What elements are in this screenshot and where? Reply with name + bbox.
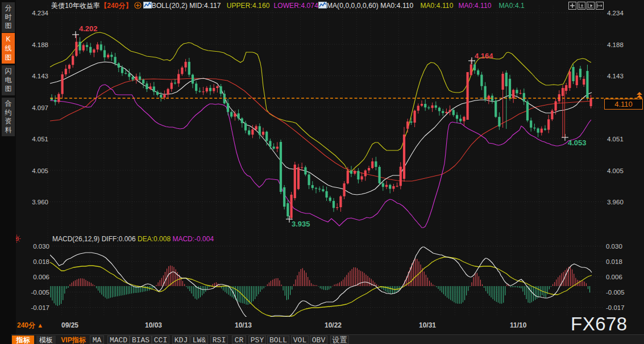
svg-text:3.960: 3.960 bbox=[607, 199, 624, 205]
svg-text:4.097: 4.097 bbox=[32, 104, 48, 111]
svg-text:-0.017: -0.017 bbox=[31, 304, 49, 311]
svg-text:-0.005: -0.005 bbox=[606, 289, 625, 296]
svg-text:4.202: 4.202 bbox=[79, 24, 98, 33]
svg-text:0.018: 0.018 bbox=[606, 258, 622, 265]
svg-text:4.143: 4.143 bbox=[607, 73, 624, 79]
svg-text:4.164: 4.164 bbox=[475, 52, 493, 60]
svg-text:-0.005: -0.005 bbox=[31, 289, 49, 296]
svg-text:4.234: 4.234 bbox=[32, 10, 48, 16]
svg-text:0.006: 0.006 bbox=[606, 274, 622, 280]
svg-text:4.005: 4.005 bbox=[32, 167, 48, 174]
svg-text:4.143: 4.143 bbox=[32, 73, 48, 79]
svg-text:0.018: 0.018 bbox=[33, 258, 49, 265]
svg-text:4.051: 4.051 bbox=[607, 136, 624, 142]
svg-text:-0.017: -0.017 bbox=[606, 304, 625, 311]
svg-text:4.188: 4.188 bbox=[607, 41, 624, 48]
svg-text:0.030: 0.030 bbox=[606, 243, 622, 250]
svg-text:0.006: 0.006 bbox=[33, 274, 49, 280]
svg-text:0.030: 0.030 bbox=[33, 243, 49, 250]
svg-text:4.051: 4.051 bbox=[32, 136, 48, 142]
svg-text:3.960: 3.960 bbox=[32, 199, 48, 205]
svg-text:4.005: 4.005 bbox=[607, 167, 624, 174]
svg-text:4.234: 4.234 bbox=[607, 10, 624, 16]
svg-text:4.188: 4.188 bbox=[32, 41, 48, 48]
svg-text:4.053: 4.053 bbox=[568, 139, 587, 147]
svg-text:3.935: 3.935 bbox=[292, 220, 310, 228]
